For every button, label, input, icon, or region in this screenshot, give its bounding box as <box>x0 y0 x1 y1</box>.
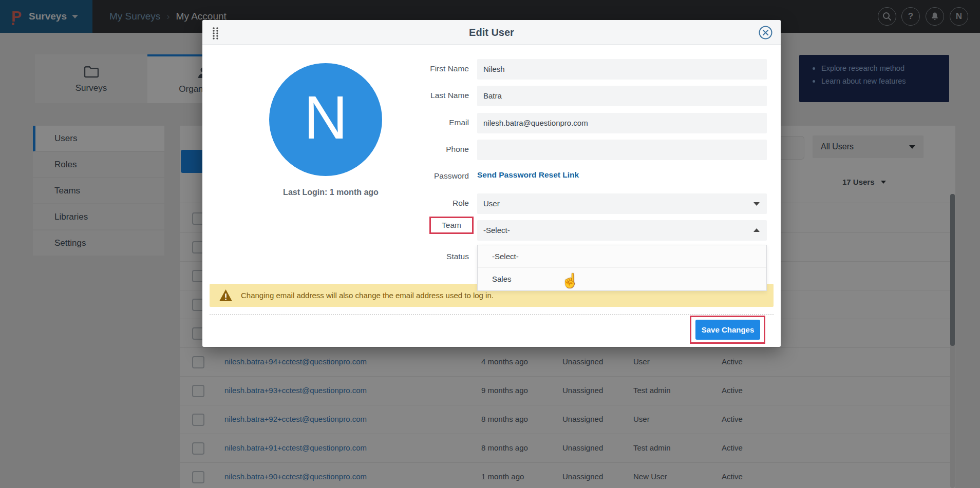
team-dropdown-menu: -Select- Sales <box>477 245 767 291</box>
team-option-select[interactable]: -Select- <box>478 245 766 268</box>
role-select-value: User <box>483 199 500 208</box>
edit-user-modal: Edit User N Last Login: 1 month ago Firs… <box>202 20 781 347</box>
phone-input[interactable] <box>477 140 767 160</box>
team-select[interactable]: -Select- <box>477 220 767 241</box>
team-label-annotation: Team <box>429 217 474 234</box>
email-label: Email <box>349 118 469 127</box>
role-select[interactable]: User <box>477 193 767 214</box>
team-label: Team <box>442 221 461 230</box>
last-login-text: Last Login: 1 month ago <box>243 188 418 197</box>
status-label: Status <box>349 252 469 261</box>
modal-title: Edit User <box>202 20 781 45</box>
phone-label: Phone <box>349 145 469 154</box>
last-name-input[interactable]: Batra <box>477 86 767 106</box>
warning-triangle-icon <box>219 289 233 302</box>
save-changes-button[interactable]: Save Changes <box>695 320 760 340</box>
team-select-value: -Select- <box>483 226 510 235</box>
first-name-input[interactable]: Nilesh <box>477 59 767 80</box>
app-root: P Surveys My Surveys › My Account ? N Su… <box>0 0 980 488</box>
first-name-label: First Name <box>349 64 469 73</box>
team-option-sales[interactable]: Sales <box>478 268 766 290</box>
warning-text: Changing email address will also change … <box>241 291 494 300</box>
email-input[interactable]: nilesh.batra@questionpro.com <box>477 113 767 133</box>
role-label: Role <box>349 199 469 208</box>
send-password-reset-link[interactable]: Send Password Reset Link <box>477 170 579 180</box>
hand-cursor-icon: ☝ <box>561 272 579 289</box>
close-icon[interactable] <box>759 26 772 40</box>
divider <box>210 314 774 315</box>
chevron-down-icon <box>753 202 760 206</box>
chevron-up-icon <box>753 228 760 232</box>
modal-header: Edit User <box>202 20 781 45</box>
last-name-label: Last Name <box>349 91 469 100</box>
avatar-initial: N <box>304 87 347 148</box>
password-label: Password <box>349 171 469 181</box>
drag-handle-icon[interactable] <box>212 26 219 43</box>
